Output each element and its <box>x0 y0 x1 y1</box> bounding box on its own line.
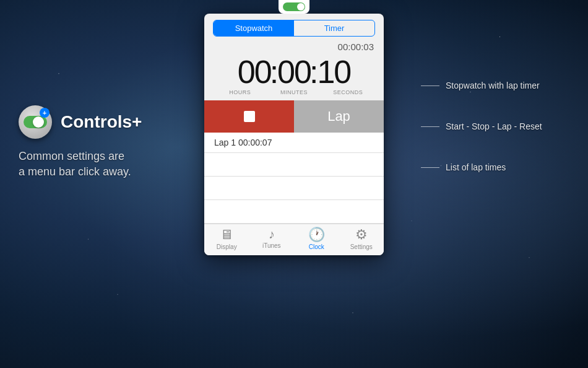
tab-settings[interactable]: ⚙ Settings <box>339 228 384 250</box>
app-icon: + <box>19 105 52 139</box>
callout-line-3 <box>421 167 439 168</box>
stop-icon <box>244 111 255 122</box>
callout-line-2 <box>421 126 439 127</box>
stopwatch-tab[interactable]: Stopwatch <box>214 20 294 36</box>
settings-icon: ⚙ <box>355 228 368 242</box>
lap-time-small: 00:00:03 <box>204 42 384 52</box>
callout-text-3: List of lap times <box>446 162 506 172</box>
lap-item-empty-2 <box>204 177 384 200</box>
action-row: Lap <box>204 100 384 133</box>
left-panel: + Controls+ Common settings are a menu b… <box>19 105 192 180</box>
label-minutes: MINUTES <box>267 89 321 95</box>
lap-item-empty-3 <box>204 200 384 224</box>
brand-row: + Controls+ <box>19 105 192 139</box>
callout-lap-list: List of lap times <box>421 162 576 172</box>
timer-tab[interactable]: Timer <box>294 20 374 36</box>
callout-text-1: Stopwatch with lap timer <box>446 81 540 90</box>
timer-hours: 00 <box>238 56 271 88</box>
app-window: Stopwatch Timer 00:00:03 00 : 00 : 10 HO… <box>204 14 384 255</box>
toggle-badge: + <box>40 108 50 118</box>
tab-bar: 🖥 Display ♪ iTunes 🕐 Clock ⚙ Settings <box>204 224 384 255</box>
tab-display-label: Display <box>217 243 237 250</box>
tab-clock-label: Clock <box>309 243 324 250</box>
timer-minutes: 00 <box>277 56 311 88</box>
timer-labels: HOURS MINUTES SECONDS <box>204 88 384 100</box>
clock-icon: 🕐 <box>308 228 325 242</box>
lap-item-empty-1 <box>204 153 384 177</box>
lap-list: Lap 1 00:00:07 <box>204 133 384 224</box>
label-seconds: SECONDS <box>321 89 375 95</box>
toggle-switch-inner <box>283 2 305 11</box>
timer-seconds: 10 <box>317 56 350 88</box>
menubar-toggle[interactable] <box>279 0 309 14</box>
tab-display[interactable]: 🖥 Display <box>204 228 249 250</box>
tab-clock[interactable]: 🕐 Clock <box>294 228 339 250</box>
display-icon: 🖥 <box>220 228 233 242</box>
label-hours: HOURS <box>213 89 267 95</box>
callout-text-2: Start - Stop - Lap - Reset <box>446 121 542 131</box>
callout-stopwatch: Stopwatch with lap timer <box>421 81 576 90</box>
callout-controls: Start - Stop - Lap - Reset <box>421 121 576 131</box>
brand-name: Controls+ <box>61 112 142 132</box>
segment-control[interactable]: Stopwatch Timer <box>213 20 375 37</box>
callout-line-1 <box>421 85 439 86</box>
brand-description: Common settings are a menu bar click awa… <box>19 149 192 180</box>
tab-settings-label: Settings <box>350 243 373 250</box>
right-panel: Stopwatch with lap timer Start - Stop - … <box>421 81 576 203</box>
timer-display: 00 : 00 : 10 <box>204 53 384 88</box>
tab-itunes[interactable]: ♪ iTunes <box>249 228 295 250</box>
tab-itunes-label: iTunes <box>262 242 281 249</box>
stop-button[interactable] <box>204 100 294 133</box>
lap-item: Lap 1 00:00:07 <box>204 133 384 153</box>
itunes-icon: ♪ <box>269 228 275 240</box>
lap-button[interactable]: Lap <box>294 100 384 133</box>
